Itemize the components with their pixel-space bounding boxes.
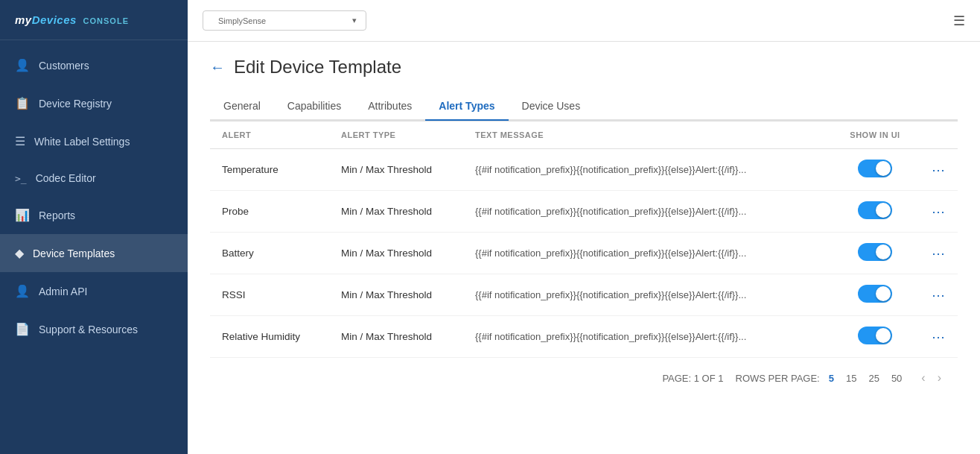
cell-show-in-ui xyxy=(830,191,920,233)
sidebar-item-label: Support & Resources xyxy=(39,324,138,335)
content-area: ← Edit Device Template General Capabilit… xyxy=(188,42,980,454)
more-actions-icon[interactable]: ⋯ xyxy=(932,204,946,219)
cell-show-in-ui xyxy=(830,233,920,274)
topbar: SimplySense ▾ ☰ xyxy=(188,0,980,42)
cell-actions: ⋯ xyxy=(920,191,958,233)
sidebar-item-white-label[interactable]: ☰ White Label Settings xyxy=(0,122,188,160)
cell-alert-type: Min / Max Threshold xyxy=(329,316,463,358)
cell-show-in-ui xyxy=(830,316,920,358)
org-selector[interactable]: SimplySense ▾ xyxy=(203,10,366,31)
cell-text-message: {{#if notification_prefix}}{{notificatio… xyxy=(463,149,830,191)
tab-capabilities[interactable]: Capabilities xyxy=(274,92,354,121)
sidebar-item-support[interactable]: 📄 Support & Resources xyxy=(0,310,188,348)
sidebar-item-device-templates[interactable]: ◆ Device Templates xyxy=(0,234,188,272)
sidebar-item-device-registry[interactable]: 📋 Device Registry xyxy=(0,84,188,122)
col-header-text-message: TEXT MESSAGE xyxy=(463,122,830,149)
sidebar-item-customers[interactable]: 👤 Customers xyxy=(0,46,188,84)
page-info: PAGE: 1 OF 1 xyxy=(662,373,723,384)
page-navigation: ‹ › xyxy=(917,370,946,386)
table-row: RSSI Min / Max Threshold {{#if notificat… xyxy=(210,274,958,316)
table-row: Temperature Min / Max Threshold {{#if no… xyxy=(210,149,958,191)
toggle-knob xyxy=(876,161,891,176)
show-in-ui-toggle-1[interactable] xyxy=(858,201,892,219)
toggle-knob xyxy=(876,245,891,259)
page-label: PAGE: xyxy=(662,373,691,384)
device-registry-icon: 📋 xyxy=(15,96,30,110)
more-actions-icon[interactable]: ⋯ xyxy=(932,330,946,344)
logo-console: CONSOLE xyxy=(83,16,129,25)
cell-text-message: {{#if notification_prefix}}{{notificatio… xyxy=(463,191,830,233)
cell-alert-type: Min / Max Threshold xyxy=(329,274,463,316)
prev-page-button[interactable]: ‹ xyxy=(917,370,929,386)
cell-text-message: {{#if notification_prefix}}{{notificatio… xyxy=(463,274,830,316)
pagination: PAGE: 1 OF 1 ROWS PER PAGE: 5 15 25 50 ‹… xyxy=(210,358,958,389)
cell-actions: ⋯ xyxy=(920,233,958,274)
cell-alert: Temperature xyxy=(210,149,329,191)
tab-general[interactable]: General xyxy=(210,92,274,121)
show-in-ui-toggle-0[interactable] xyxy=(858,160,892,177)
cell-text-message: {{#if notification_prefix}}{{notificatio… xyxy=(463,316,830,358)
customers-icon: 👤 xyxy=(15,58,30,72)
sidebar-item-label: Device Templates xyxy=(33,248,115,259)
logo: myDevices CONSOLE xyxy=(0,0,188,40)
more-actions-icon[interactable]: ⋯ xyxy=(932,163,946,177)
toggle-knob xyxy=(876,286,891,301)
tab-device-uses[interactable]: Device Uses xyxy=(509,92,594,121)
page-current: 1 OF 1 xyxy=(694,373,724,384)
codec-editor-icon: >_ xyxy=(15,173,27,184)
toggle-knob xyxy=(876,328,891,343)
org-selector-value: SimplySense xyxy=(218,16,266,25)
cell-text-message: {{#if notification_prefix}}{{notificatio… xyxy=(463,233,830,274)
cell-show-in-ui xyxy=(830,149,920,191)
col-header-show-in-ui: SHOW IN UI xyxy=(830,122,920,149)
sidebar-item-label: Device Registry xyxy=(39,98,112,110)
more-actions-icon[interactable]: ⋯ xyxy=(932,246,946,261)
tabs: General Capabilities Attributes Alert Ty… xyxy=(210,92,958,121)
sidebar-item-label: Codec Editor xyxy=(36,172,96,184)
table-row: Relative Humidity Min / Max Threshold {{… xyxy=(210,316,958,358)
sidebar-item-admin-api[interactable]: 👤 Admin API xyxy=(0,272,188,310)
show-in-ui-toggle-4[interactable] xyxy=(858,327,892,344)
alert-types-table: ALERT ALERT TYPE TEXT MESSAGE SHOW IN UI… xyxy=(210,121,958,358)
show-in-ui-toggle-2[interactable] xyxy=(858,243,892,261)
cell-alert-type: Min / Max Threshold xyxy=(329,233,463,274)
col-header-alert: ALERT xyxy=(210,122,329,149)
support-icon: 📄 xyxy=(15,322,30,336)
chevron-down-icon: ▾ xyxy=(352,16,357,25)
rows-option-25[interactable]: 25 xyxy=(865,371,882,385)
reports-icon: 📊 xyxy=(15,208,30,222)
device-templates-icon: ◆ xyxy=(15,246,24,260)
show-in-ui-toggle-3[interactable] xyxy=(858,285,892,303)
hamburger-menu-icon[interactable]: ☰ xyxy=(953,13,965,29)
cell-show-in-ui xyxy=(830,274,920,316)
table-row: Probe Min / Max Threshold {{#if notifica… xyxy=(210,191,958,233)
rows-option-5[interactable]: 5 xyxy=(826,371,837,385)
sidebar-item-codec-editor[interactable]: >_ Codec Editor xyxy=(0,160,188,196)
rows-per-page-label: ROWS PER PAGE: xyxy=(736,373,820,384)
white-label-icon: ☰ xyxy=(15,134,25,148)
page-header: ← Edit Device Template xyxy=(210,57,958,78)
col-header-alert-type: ALERT TYPE xyxy=(329,122,463,149)
sidebar-item-reports[interactable]: 📊 Reports xyxy=(0,196,188,234)
cell-alert: Battery xyxy=(210,233,329,274)
page-title: Edit Device Template xyxy=(234,57,401,78)
col-header-actions xyxy=(920,122,958,149)
admin-api-icon: 👤 xyxy=(15,284,30,298)
sidebar-item-label: Customers xyxy=(39,60,89,72)
sidebar: myDevices CONSOLE 👤 Customers 📋 Device R… xyxy=(0,0,188,454)
main-area: SimplySense ▾ ☰ ← Edit Device Template G… xyxy=(188,0,980,454)
back-button[interactable]: ← xyxy=(210,59,225,76)
tab-alert-types[interactable]: Alert Types xyxy=(425,92,508,121)
tab-attributes[interactable]: Attributes xyxy=(354,92,425,121)
next-page-button[interactable]: › xyxy=(933,370,946,386)
cell-alert-type: Min / Max Threshold xyxy=(329,191,463,233)
toggle-knob xyxy=(876,203,891,218)
sidebar-item-label: Reports xyxy=(39,209,75,221)
sidebar-nav: 👤 Customers 📋 Device Registry ☰ White La… xyxy=(0,40,188,454)
sidebar-item-label: White Label Settings xyxy=(34,136,130,148)
cell-actions: ⋯ xyxy=(920,316,958,358)
more-actions-icon[interactable]: ⋯ xyxy=(932,288,946,303)
table-row: Battery Min / Max Threshold {{#if notifi… xyxy=(210,233,958,274)
rows-option-50[interactable]: 50 xyxy=(888,371,905,385)
rows-option-15[interactable]: 15 xyxy=(843,371,859,385)
